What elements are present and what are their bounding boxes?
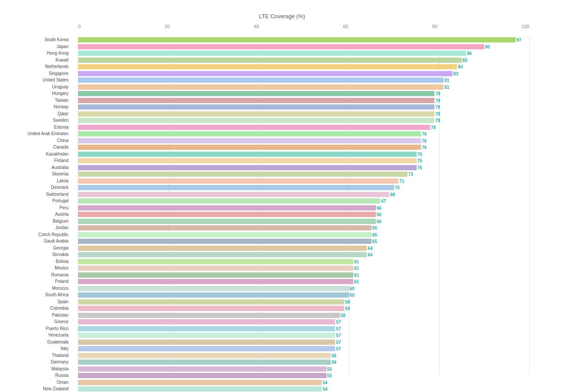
bar-value: 70: [395, 185, 400, 191]
country-label: South Korea: [16, 37, 68, 43]
bar-row: United Arab Emirates76: [78, 131, 529, 137]
country-label: Kazakhstan: [16, 151, 68, 157]
bar-value: 65: [372, 239, 377, 245]
country-label: Belgium: [16, 218, 68, 224]
bar: [78, 152, 417, 157]
bar-value: 61: [354, 279, 359, 285]
bar-row: South Korea97: [78, 37, 529, 43]
country-label: Canada: [16, 144, 68, 150]
bar-row: Latvia71: [78, 178, 529, 184]
bar: [78, 131, 421, 136]
bars-area: South Korea97Japan90Hong Kong86Kuwait85N…: [78, 37, 529, 375]
bar-value: 56: [332, 360, 336, 366]
bar-row: Slovenia73: [78, 171, 529, 177]
bar: [78, 292, 349, 298]
country-label: Denmark: [16, 185, 68, 191]
bar-value: 76: [422, 138, 427, 144]
country-label: Bolivia: [16, 259, 68, 265]
bar-row: Taiwan79: [78, 97, 529, 104]
bar-row: Austria66: [78, 211, 529, 217]
bar: [78, 380, 322, 385]
bar-row: Singapore83: [78, 71, 529, 77]
bar-value: 71: [399, 178, 404, 185]
bar-value: 83: [453, 71, 458, 77]
bar-value: 64: [368, 252, 372, 258]
bar-value: 58: [341, 313, 346, 319]
x-axis-label: 0: [78, 24, 81, 29]
x-axis-labels: 020406080100: [78, 24, 529, 29]
bar: [78, 340, 335, 345]
country-label: Venezuela: [16, 332, 68, 338]
country-label: South Africa: [16, 292, 68, 298]
bar-value: 78: [431, 125, 436, 131]
bar: [78, 118, 434, 123]
bar-value: 57: [336, 319, 341, 325]
bar-row: Colombia59: [78, 305, 529, 311]
bar-value: 57: [336, 326, 341, 332]
bar-row: Jordan65: [78, 225, 529, 231]
x-axis-area: 020406080100: [78, 24, 529, 37]
bar-value: 66: [377, 212, 381, 218]
bar: [78, 373, 326, 378]
bar: [78, 279, 353, 284]
bar: [78, 172, 408, 177]
country-label: Spain: [16, 299, 68, 305]
bar-row: Finland75: [78, 158, 529, 164]
bar-value: 66: [377, 205, 381, 211]
bar-value: 65: [372, 232, 377, 238]
chart-title: LTE Coverage (%): [0, 13, 564, 19]
bar: [78, 286, 349, 291]
bar-row: Romania61: [78, 272, 529, 278]
bar-row: Switzerland69: [78, 191, 529, 198]
country-label: Puerto Rico: [16, 326, 68, 332]
bar-row: Greece57: [78, 319, 529, 325]
bar-value: 84: [458, 64, 463, 70]
bar: [78, 319, 335, 324]
country-label: Switzerland: [16, 191, 68, 198]
bar-value: 90: [485, 44, 490, 50]
bar-row: Guatemala57: [78, 339, 529, 345]
country-label: Norway: [16, 104, 68, 110]
bar: [78, 71, 453, 76]
bar-value: 55: [327, 373, 332, 379]
bar-row: Qatar79: [78, 111, 529, 117]
country-label: Thailand: [16, 353, 68, 359]
bar-row: Sweden79: [78, 117, 529, 123]
bar-row: Malaysia55: [78, 366, 529, 372]
bar-row: Spain59: [78, 299, 529, 305]
bar-row: Thailand56: [78, 353, 529, 359]
bar-value: 54: [323, 380, 327, 386]
bar: [78, 232, 372, 237]
chart-container: LTE Coverage (%) 020406080100 South Kore…: [0, 0, 564, 392]
country-label: Qatar: [16, 111, 68, 117]
bar-value: 65: [372, 225, 377, 231]
country-label: Taiwan: [16, 97, 68, 104]
bar-value: 79: [435, 111, 440, 117]
country-label: Estonia: [16, 124, 68, 130]
bar-row: Kazakhstan75: [78, 151, 529, 157]
bar-value: 57: [336, 346, 341, 352]
bar-row: Pakistan58: [78, 312, 529, 318]
bar-row: South Africa60: [78, 292, 529, 298]
bar-row: Australia75: [78, 165, 529, 171]
bar-value: 79: [435, 118, 440, 124]
country-label: Hungary: [16, 91, 68, 97]
bar: [78, 225, 372, 230]
country-label: United Arab Emirates: [16, 131, 68, 137]
bar-value: 79: [435, 91, 440, 97]
bar: [78, 326, 335, 331]
bar: [78, 125, 430, 130]
bar-row: Poland61: [78, 279, 529, 285]
country-label: Australia: [16, 165, 68, 171]
bar-value: 61: [354, 272, 359, 279]
bar-row: Puerto Rico57: [78, 326, 529, 332]
country-label: Portugal: [16, 198, 68, 204]
bar-row: Peru66: [78, 205, 529, 211]
bar: [78, 306, 344, 311]
bar-row: Czech Republic65: [78, 232, 529, 238]
country-label: Pakistan: [16, 312, 68, 318]
bar-row: Mexico61: [78, 265, 529, 271]
bar: [78, 104, 434, 110]
bar: [78, 84, 443, 90]
bar: [78, 360, 331, 365]
